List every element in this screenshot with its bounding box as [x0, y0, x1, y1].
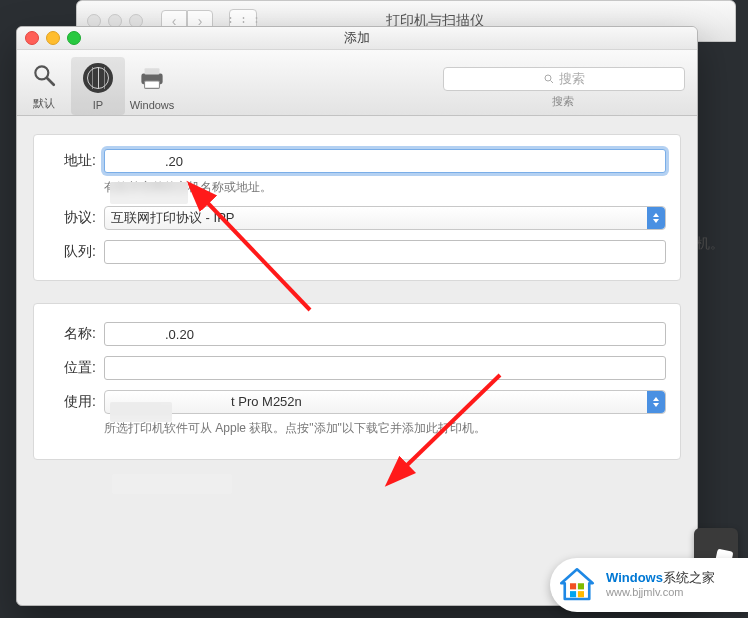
- svg-line-1: [47, 78, 54, 85]
- chevron-updown-icon: [647, 207, 665, 229]
- location-input[interactable]: [104, 356, 666, 380]
- protocol-value: 互联网打印协议 - IPP: [111, 210, 235, 225]
- queue-input[interactable]: [104, 240, 666, 264]
- blur-patch-address: [110, 182, 188, 204]
- name-label: 名称:: [38, 325, 104, 343]
- search-placeholder: 搜索: [559, 70, 585, 88]
- protocol-popup[interactable]: 互联网打印协议 - IPP: [104, 206, 666, 230]
- address-label: 地址:: [38, 152, 104, 170]
- blur-patch-use: [112, 474, 232, 494]
- address-input[interactable]: [104, 149, 666, 173]
- svg-rect-11: [570, 591, 576, 597]
- close-button[interactable]: [25, 31, 39, 45]
- svg-point-5: [545, 75, 551, 81]
- add-window-title: 添加: [17, 27, 697, 49]
- watermark-line2: www.bjjmlv.com: [606, 586, 715, 599]
- zoom-button[interactable]: [67, 31, 81, 45]
- minimize-button[interactable]: [46, 31, 60, 45]
- watermark-line1: Windows系统之家: [606, 571, 715, 586]
- use-label: 使用:: [38, 393, 104, 411]
- svg-rect-3: [145, 68, 160, 74]
- blur-patch-name: [110, 402, 172, 422]
- address-help-text: 有效并完整的主机名称或地址。: [104, 179, 666, 196]
- watermark-badge: Windows系统之家 www.bjjmlv.com: [550, 558, 748, 612]
- printer-info-panel: 名称: 位置: 使用: t Pro M252n: [33, 303, 681, 460]
- location-label: 位置:: [38, 359, 104, 377]
- connection-panel: 地址: 有效并完整的主机名称或地址。 协议: 互联网打印协议 - IPP 队列:: [33, 134, 681, 281]
- toolbar-search-field[interactable]: 搜索: [443, 67, 685, 91]
- svg-line-6: [551, 81, 554, 84]
- queue-label: 队列:: [38, 243, 104, 261]
- printer-icon: [125, 59, 179, 97]
- use-popup[interactable]: t Pro M252n: [104, 390, 666, 414]
- add-window-toolbar: 默认 IP Windows 搜索 搜索: [17, 50, 697, 116]
- name-input[interactable]: [104, 322, 666, 346]
- search-caption: 搜索: [443, 94, 683, 109]
- svg-rect-12: [578, 591, 584, 597]
- use-help-text: 所选打印机软件可从 Apple 获取。点按"添加"以下载它并添加此打印机。: [104, 420, 666, 437]
- svg-rect-9: [570, 583, 576, 589]
- magnifier-icon: [17, 56, 71, 94]
- tab-windows[interactable]: Windows: [125, 57, 179, 115]
- protocol-label: 协议:: [38, 209, 104, 227]
- svg-rect-10: [578, 583, 584, 589]
- tab-ip[interactable]: IP: [71, 57, 125, 115]
- svg-rect-4: [145, 81, 160, 88]
- traffic-lights: [25, 31, 81, 45]
- tab-default[interactable]: 默认: [17, 54, 71, 115]
- globe-icon: [71, 59, 125, 97]
- chevron-updown-icon: [647, 391, 665, 413]
- house-windows-icon: [556, 564, 598, 606]
- add-printer-window: 添加 默认 IP Windows 搜索 搜索: [16, 26, 698, 606]
- search-icon: [543, 73, 555, 85]
- add-window-titlebar: 添加: [17, 27, 697, 50]
